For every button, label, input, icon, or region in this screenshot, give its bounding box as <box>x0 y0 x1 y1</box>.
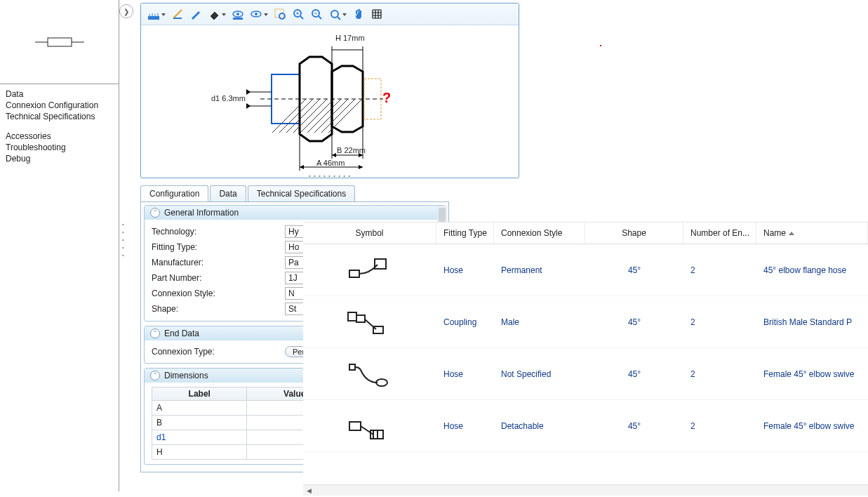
expand-panel-toggle[interactable]: ❯ <box>119 4 133 18</box>
scroll-left-icon[interactable]: ◀ <box>303 486 314 496</box>
results-grid: Symbol Fitting Type Connexion Style Shap… <box>303 222 868 496</box>
cell-connexion-style: Permanent <box>494 263 585 278</box>
collapse-dimensions[interactable]: ˄ <box>150 371 160 380</box>
svg-rect-56 <box>348 312 356 321</box>
svg-rect-55 <box>375 259 386 269</box>
nav-item-debug[interactable]: Debug <box>6 153 113 164</box>
svg-line-16 <box>300 16 303 19</box>
nav-item-data[interactable]: Data <box>6 88 113 100</box>
resize-handle[interactable]: • • • • • • • • • <box>309 173 351 178</box>
hdr-symbol[interactable]: Symbol <box>303 223 436 244</box>
grid-body: HosePermanent45°245° elbow flange hoseCo… <box>303 244 868 452</box>
nav-item-tech-specs[interactable]: Technical Specifications <box>6 111 113 122</box>
cell-name: Female 45° elbow swive <box>756 418 868 434</box>
svg-marker-53 <box>359 165 363 169</box>
enddata-title: End Data <box>164 329 199 338</box>
cell-symbol <box>303 253 436 287</box>
dim-label-A: A 46mm <box>316 159 345 167</box>
cell-fitting-type: Coupling <box>436 314 494 330</box>
grid-row[interactable]: CouplingMale45°2British Male Standard P <box>303 296 868 348</box>
sort-asc-icon <box>789 232 794 235</box>
unknown-end-marker: ? <box>382 90 391 106</box>
measure-tool[interactable] <box>145 6 162 22</box>
cell-name: 45° elbow flange hose <box>756 263 868 278</box>
cell-connexion-style: Male <box>494 314 585 330</box>
cell-shape: 45° <box>585 263 683 278</box>
grid-tool[interactable] <box>368 6 385 22</box>
nav-item-accessories[interactable]: Accessories <box>6 131 113 142</box>
show-one-tool[interactable] <box>248 6 265 22</box>
zoom-window-icon <box>274 8 286 20</box>
pan-tool[interactable] <box>350 6 367 22</box>
dim-label-B: B 22mm <box>337 146 366 154</box>
cell-fitting-type: Hose <box>436 418 494 434</box>
label-fitting-type: Fitting Type: <box>152 242 285 252</box>
col-label[interactable]: Label <box>152 387 247 401</box>
cell-fitting-type: Hose <box>436 263 494 278</box>
stray-marker <box>600 45 601 46</box>
cell-shape: 45° <box>585 418 683 434</box>
drawing-canvas[interactable]: H 17mm d1 6.3mm B 22mm A 46mm ? <box>141 25 519 173</box>
dim-label: A <box>152 401 247 416</box>
tab-data[interactable]: Data <box>210 185 246 201</box>
cell-number-of-ends: 2 <box>683 263 756 278</box>
hdr-fitting-type[interactable]: Fitting Type <box>436 223 494 244</box>
zoom-in-tool[interactable] <box>290 6 307 22</box>
hdr-connexion-style[interactable]: Connexion Style <box>494 223 585 244</box>
hdr-number-of-ends[interactable]: Number of En... <box>683 223 756 244</box>
cell-symbol <box>303 409 436 443</box>
pencil-icon <box>189 8 202 20</box>
cell-number-of-ends: 2 <box>683 314 756 330</box>
label-connexion-style: Connexion Style: <box>152 289 285 298</box>
angle-tool[interactable] <box>169 6 186 22</box>
chevron-right-icon: ❯ <box>123 8 129 15</box>
svg-marker-52 <box>300 165 304 169</box>
collapse-general[interactable]: ˄ <box>150 208 160 218</box>
hdr-name[interactable]: Name <box>756 223 868 244</box>
splitter-handle[interactable]: ••••• <box>122 221 129 258</box>
horizontal-scrollbar[interactable]: ◀ <box>303 484 868 496</box>
cell-shape: 45° <box>585 314 683 330</box>
grid-row[interactable]: HoseDetachable45°2Female 45° elbow swive <box>303 400 868 452</box>
eraser-tool[interactable] <box>206 6 222 22</box>
svg-rect-54 <box>349 270 359 277</box>
eraser-icon <box>208 8 220 20</box>
nav-item-connexion-config[interactable]: Connexion Configuration <box>6 100 113 111</box>
tabstrip: Configuration Data Technical Specificati… <box>140 185 449 201</box>
cell-connexion-style: Detachable <box>494 418 585 434</box>
pencil-tool[interactable] <box>187 6 204 22</box>
cell-fitting-type: Hose <box>436 366 494 382</box>
cell-number-of-ends: 2 <box>683 418 756 434</box>
svg-marker-48 <box>332 153 336 157</box>
general-title: General Information <box>164 208 239 218</box>
scroll-track[interactable] <box>314 487 868 494</box>
collapse-enddata[interactable]: ˄ <box>150 329 160 338</box>
nav-item-troubleshooting[interactable]: Troubleshooting <box>6 142 113 153</box>
label-shape: Shape: <box>152 304 285 314</box>
grid-row[interactable]: HosePermanent45°245° elbow flange hose <box>303 244 868 296</box>
cell-symbol <box>303 305 436 339</box>
label-technology: Technology: <box>152 227 285 237</box>
dim-label: H <box>152 445 247 460</box>
tab-configuration[interactable]: Configuration <box>140 185 208 201</box>
hdr-shape[interactable]: Shape <box>585 223 683 244</box>
zoom-window-tool[interactable] <box>272 6 288 22</box>
zoom-out-tool[interactable] <box>308 6 325 22</box>
angle-icon <box>171 8 184 20</box>
svg-point-22 <box>331 11 338 18</box>
cell-shape: 45° <box>585 366 683 382</box>
show-all-tool[interactable] <box>229 6 246 22</box>
left-panel: Data Connexion Configuration Technical S… <box>0 0 119 491</box>
svg-line-29 <box>267 95 309 138</box>
svg-line-32 <box>288 95 330 138</box>
dim-label-d1: d1 6.3mm <box>211 94 246 102</box>
cell-symbol <box>303 357 436 391</box>
symbol-preview <box>0 0 119 84</box>
svg-marker-44 <box>246 103 251 109</box>
svg-line-30 <box>274 95 316 138</box>
label-connexion-type: Connexion Type: <box>152 347 285 357</box>
grid-row[interactable]: HoseNot Specified45°2Female 45° elbow sw… <box>303 348 868 400</box>
svg-point-9 <box>236 13 239 15</box>
zoom-fit-tool[interactable] <box>326 6 343 22</box>
tab-tech-specs[interactable]: Technical Specifications <box>248 185 355 201</box>
